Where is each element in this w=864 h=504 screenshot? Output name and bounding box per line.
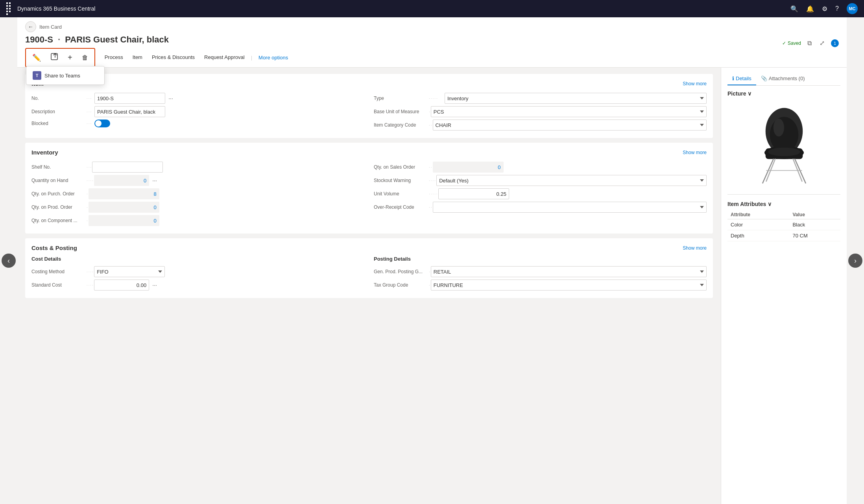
qty-on-prod-input[interactable] bbox=[89, 202, 159, 213]
type-select[interactable]: Inventory bbox=[445, 93, 707, 104]
unit-volume-input[interactable] bbox=[438, 188, 509, 199]
add-button[interactable]: + bbox=[65, 51, 76, 64]
app-title: Dynamics 365 Business Central bbox=[17, 6, 786, 12]
inventory-section-title: Inventory bbox=[31, 149, 58, 156]
costing-method-select[interactable]: FIFO bbox=[94, 266, 165, 277]
item-form-columns: No. ··· ··· Description ··· bbox=[31, 92, 707, 132]
teams-icon: T bbox=[33, 71, 41, 80]
inventory-section-header: Inventory Show more bbox=[31, 149, 707, 156]
chair-image bbox=[745, 106, 823, 185]
tab-item[interactable]: Item bbox=[128, 51, 147, 64]
side-panel: ℹ Details 📎 Attachments (0) Picture ∨ bbox=[721, 68, 847, 504]
description-input[interactable] bbox=[94, 106, 165, 117]
qty-on-sales-input[interactable] bbox=[433, 162, 504, 173]
picture-title[interactable]: Picture ∨ bbox=[727, 90, 840, 97]
breadcrumb-text: Item Card bbox=[39, 24, 62, 30]
tab-request-approval[interactable]: Request Approval bbox=[199, 51, 249, 64]
no-label: No. bbox=[31, 96, 87, 101]
inventory-show-more[interactable]: Show more bbox=[683, 150, 707, 155]
quantity-on-hand-input[interactable] bbox=[94, 175, 149, 186]
picture-chevron: ∨ bbox=[748, 90, 751, 97]
blocked-toggle[interactable] bbox=[94, 120, 110, 127]
qty-on-sales-label: Qty. on Sales Order bbox=[374, 164, 429, 170]
share-to-teams-item[interactable]: T Share to Teams bbox=[26, 68, 104, 83]
item-category-field-row: Item Category Code ·· CHAIR bbox=[374, 118, 707, 132]
attribute-cell: Color bbox=[727, 219, 789, 230]
svg-line-6 bbox=[762, 159, 773, 183]
base-uom-label: Base Unit of Measure bbox=[374, 109, 429, 114]
delete-icon: 🗑 bbox=[82, 54, 88, 61]
costs-show-more[interactable]: Show more bbox=[683, 245, 707, 251]
back-button[interactable]: ← bbox=[25, 21, 36, 32]
description-field-row: Description ··· bbox=[31, 105, 364, 118]
svg-point-11 bbox=[768, 147, 800, 156]
avatar[interactable]: MC bbox=[847, 3, 858, 14]
attribute-cell: Depth bbox=[727, 230, 789, 241]
base-uom-select[interactable]: PCS bbox=[431, 106, 707, 117]
table-row: Color Black bbox=[727, 219, 840, 230]
item-attributes-title[interactable]: Item Attributes ∨ bbox=[727, 201, 840, 207]
open-in-new-icon[interactable]: ⧉ bbox=[806, 38, 813, 48]
stockout-warning-select[interactable]: Default (Yes) bbox=[436, 175, 707, 186]
picture-container bbox=[727, 100, 840, 191]
more-options-button[interactable]: More options bbox=[254, 52, 293, 64]
share-icon bbox=[50, 53, 58, 63]
help-icon[interactable]: ? bbox=[835, 5, 839, 12]
table-row: Depth 70 CM bbox=[727, 230, 840, 241]
inventory-right-column: Qty. on Sales Order ·· Stockout Warning … bbox=[374, 160, 707, 227]
item-section: Item Show more No. ··· ··· bbox=[25, 74, 713, 138]
gen-prod-posting-select[interactable]: RETAIL bbox=[431, 266, 707, 277]
no-input[interactable] bbox=[94, 93, 165, 104]
app-grid-icon[interactable] bbox=[6, 2, 13, 15]
item-attributes-section: Item Attributes ∨ Attribute Value bbox=[727, 201, 840, 241]
quantity-ellipsis-button[interactable]: ··· bbox=[149, 175, 160, 186]
delete-button[interactable]: 🗑 bbox=[79, 52, 91, 64]
tab-attachments[interactable]: 📎 Attachments (0) bbox=[756, 72, 810, 85]
costs-section: Costs & Posting Show more Cost Details C… bbox=[25, 238, 713, 298]
item-show-more[interactable]: Show more bbox=[683, 81, 707, 86]
edit-button[interactable]: ✏️ bbox=[29, 51, 44, 64]
share-button[interactable] bbox=[47, 50, 61, 65]
tab-details[interactable]: ℹ Details bbox=[727, 72, 756, 85]
item-left-column: No. ··· ··· Description ··· bbox=[31, 92, 364, 132]
prev-record-button[interactable]: ‹ bbox=[2, 254, 16, 268]
shelf-no-input[interactable] bbox=[92, 162, 163, 173]
gen-prod-posting-label: Gen. Prod. Posting G... bbox=[374, 269, 429, 274]
standard-cost-input[interactable] bbox=[94, 280, 149, 291]
stockout-warning-label: Stockout Warning bbox=[374, 178, 429, 183]
unit-volume-row: Unit Volume ····· bbox=[374, 187, 707, 200]
add-icon: + bbox=[68, 53, 72, 62]
item-category-select[interactable]: CHAIR bbox=[433, 120, 707, 131]
settings-icon[interactable]: ⚙ bbox=[822, 5, 827, 13]
qty-on-component-row: Qty. on Component ... · bbox=[31, 214, 364, 227]
breadcrumb: ← Item Card bbox=[25, 21, 839, 32]
qty-on-component-input[interactable] bbox=[89, 215, 159, 226]
main-layout: ‹ ← Item Card 1900-S · PARIS Guest Chair… bbox=[0, 17, 864, 504]
page-title: 1900-S · PARIS Guest Chair, black bbox=[25, 35, 293, 45]
search-icon[interactable]: 🔍 bbox=[790, 5, 798, 13]
over-receipt-select[interactable] bbox=[433, 202, 707, 213]
gen-prod-posting-row: Gen. Prod. Posting G... · RETAIL bbox=[374, 265, 707, 278]
quantity-on-hand-label: Quantity on Hand bbox=[31, 178, 87, 183]
item-right-column: Type ····· Inventory Base Unit of Measur… bbox=[374, 92, 707, 132]
no-ellipsis-button[interactable]: ··· bbox=[165, 93, 176, 104]
tab-process[interactable]: Process bbox=[100, 51, 128, 64]
standard-cost-ellipsis[interactable]: ··· bbox=[149, 280, 160, 291]
toolbar-action-group: ✏️ bbox=[25, 48, 95, 67]
toolbar-nav: Process Item Prices & Discounts Request … bbox=[100, 51, 293, 64]
type-label: Type bbox=[374, 96, 429, 101]
notification-icon[interactable]: 🔔 bbox=[806, 5, 814, 13]
standard-cost-label: Standard Cost bbox=[31, 282, 87, 288]
inventory-section: Inventory Show more Shelf No. ··· bbox=[25, 143, 713, 234]
collapse-icon[interactable]: ⤢ bbox=[818, 38, 826, 48]
tab-prices-discounts[interactable]: Prices & Discounts bbox=[147, 51, 199, 64]
svg-line-7 bbox=[795, 159, 805, 183]
value-column-header: Value bbox=[789, 210, 840, 219]
share-dropdown: T Share to Teams bbox=[26, 66, 105, 85]
info-badge[interactable]: 1 bbox=[831, 39, 839, 47]
next-record-button[interactable]: › bbox=[848, 254, 862, 268]
page-header: ← Item Card 1900-S · PARIS Guest Chair, … bbox=[17, 17, 847, 68]
qty-on-purch-input[interactable] bbox=[89, 188, 159, 199]
tax-group-select[interactable]: FURNITURE bbox=[431, 280, 707, 291]
costs-section-header: Costs & Posting Show more bbox=[31, 245, 707, 251]
